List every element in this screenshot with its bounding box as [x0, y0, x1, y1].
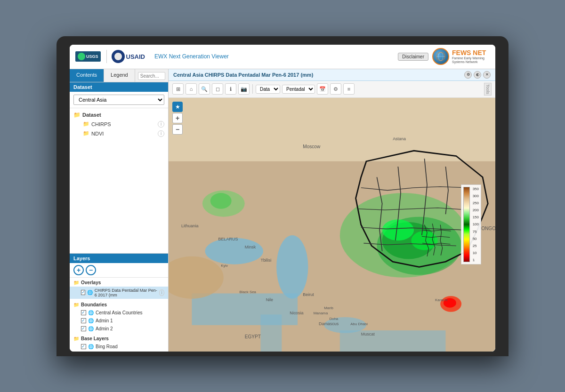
laptop-frame: USGS USAID EWX Next Generation Viewer Di…	[56, 36, 508, 356]
sidebar-tabs: Contents Legend	[70, 69, 168, 82]
svg-text:Karachi: Karachi	[435, 298, 448, 302]
legend-val-250: 250	[473, 201, 479, 205]
zoom-favorite-btn[interactable]: ★	[172, 102, 183, 112]
overlays-folder: 📁 Overlays	[70, 279, 168, 287]
app-header: USGS USAID EWX Next Generation Viewer Di…	[70, 45, 495, 69]
calendar-btn[interactable]: 📅	[317, 83, 328, 95]
svg-text:Nile: Nile	[266, 297, 273, 302]
usgs-logo: USGS	[75, 51, 101, 62]
map-header-controls: ⚙ ◐ ✕	[464, 71, 491, 79]
legend-val-300: 300	[473, 194, 479, 198]
tree-item-ndvi[interactable]: 📁 NDVI i	[70, 129, 168, 138]
layer-item-bing-road[interactable]: 🌐 Bing Road	[70, 343, 168, 351]
screen-bezel: USGS USAID EWX Next Generation Viewer Di…	[70, 45, 495, 352]
ca-countries-icon: 🌐	[88, 310, 94, 315]
layer-item-admin2[interactable]: 🌐 Admin 2	[70, 325, 168, 333]
legend-val-75: 75	[473, 230, 479, 234]
tools-label: Tools	[484, 83, 492, 96]
layers-section-header: Layers	[70, 254, 168, 263]
map-area: Central Asia CHIRPS Data Pentadal Mar Pe…	[169, 69, 495, 352]
toolbar-sep	[252, 84, 253, 94]
admin2-checkbox[interactable]	[81, 326, 86, 331]
svg-text:Tbilisi: Tbilisi	[260, 258, 271, 263]
svg-rect-11	[340, 330, 446, 352]
usaid-circle-icon	[112, 50, 125, 63]
svg-text:Muscat: Muscat	[361, 332, 375, 336]
data-type-select[interactable]: Data	[256, 85, 280, 94]
map-ctrl-3[interactable]: ✕	[483, 71, 491, 79]
zoom-extent-btn[interactable]: ⊞	[172, 83, 184, 95]
legend-val-10: 10	[473, 251, 479, 255]
remove-layer-btn[interactable]: −	[86, 265, 96, 275]
period-select[interactable]: Pentadal	[282, 85, 315, 94]
svg-rect-9	[260, 314, 282, 352]
add-layer-btn[interactable]: +	[73, 265, 84, 275]
legend-color-bar	[463, 187, 470, 262]
search-input[interactable]	[138, 72, 165, 80]
chirps-overlay-checkbox[interactable]	[81, 290, 85, 295]
svg-text:Nicosia: Nicosia	[290, 311, 303, 315]
svg-text:Kyiv: Kyiv	[221, 264, 228, 268]
admin1-checkbox[interactable]	[81, 318, 86, 323]
layer-item-ca-countries[interactable]: 🌐 Central Asia Countries	[70, 309, 168, 317]
map-legend: 350 300 250 200 150 100 75 50 25 10	[461, 184, 481, 264]
header-left: USGS USAID EWX Next Generation Viewer	[75, 50, 229, 63]
magnify-btn[interactable]: 🔍	[199, 83, 210, 95]
bing-road-checkbox[interactable]	[81, 344, 86, 349]
svg-text:Moscow: Moscow	[303, 144, 321, 149]
disclaimer-button[interactable]: Disclaimer	[398, 53, 428, 61]
home-btn[interactable]: ⌂	[186, 83, 197, 95]
overlays-folder-icon: 📁	[73, 280, 79, 285]
tree-folder-dataset: 📁 Dataset	[70, 110, 168, 120]
legend-content: 350 300 250 200 150 100 75 50 25 10	[463, 187, 479, 262]
map-container[interactable]: Moscow BELARUS Kyiv Lithuania Minsk MONG…	[169, 98, 495, 352]
dataset-tree: 📁 Dataset 📁 CHIRPS i 📁 NDVI i	[70, 108, 168, 253]
svg-text:Marib: Marib	[324, 306, 333, 310]
layer-item-chirps-overlay[interactable]: 🌐 CHIRPS Data Pentadal Mar Pen-6 2017 (m…	[70, 287, 168, 299]
zoom-controls: ★ + −	[172, 102, 183, 135]
legend-val-25: 25	[473, 244, 479, 248]
tab-legend[interactable]: Legend	[104, 69, 135, 82]
svg-point-6	[276, 235, 308, 298]
layers-section: Layers + − 📁 Overlays	[70, 253, 168, 352]
select-btn[interactable]: ◻	[212, 83, 223, 95]
svg-point-22	[210, 193, 232, 209]
svg-text:EGYPT: EGYPT	[245, 334, 261, 339]
tab-contents[interactable]: Contents	[70, 69, 104, 82]
fews-text-block: FEWS NET Famine Early Warning Systems Ne…	[452, 49, 490, 64]
map-ctrl-2[interactable]: ◐	[474, 71, 481, 79]
svg-text:Damascus: Damascus	[319, 321, 339, 326]
usaid-inner	[113, 52, 123, 61]
legend-val-100: 100	[473, 222, 479, 226]
svg-text:BELARUS: BELARUS	[218, 237, 238, 241]
zoom-in-btn[interactable]: +	[172, 113, 183, 123]
chirps-folder-icon: 📁	[83, 121, 89, 127]
svg-text:Black Sea: Black Sea	[239, 290, 256, 294]
svg-text:Manama: Manama	[314, 311, 328, 315]
boundaries-folder: 📁 Boundaries	[70, 301, 168, 309]
map-ctrl-1[interactable]: ⚙	[464, 71, 472, 79]
globe-svg	[436, 52, 445, 61]
menu-btn[interactable]: ≡	[343, 83, 355, 95]
base-folder-icon: 📁	[73, 336, 79, 341]
header-right: Disclaimer FEWS NET Famine Ear	[398, 48, 490, 65]
dataset-select[interactable]: Central Asia West Africa East Africa	[73, 95, 164, 105]
chirps-overlay-info[interactable]: i	[159, 289, 164, 296]
ndvi-info-btn[interactable]: i	[158, 130, 164, 137]
camera-btn[interactable]: 📷	[238, 83, 250, 95]
settings-btn[interactable]: ⚙	[330, 83, 341, 95]
layer-item-admin1[interactable]: 🌐 Admin 1	[70, 317, 168, 325]
zoom-out-btn[interactable]: −	[172, 124, 183, 135]
tree-item-chirps[interactable]: 📁 CHIRPS i	[70, 120, 168, 129]
layers-toolbar: + −	[70, 263, 168, 278]
layer-group-boundaries: 📁 Boundaries 🌐 Central Asia Countries 🌐	[70, 300, 168, 334]
chirps-overlay-icon: 🌐	[87, 290, 93, 295]
legend-val-1: 1	[473, 258, 479, 262]
svg-text:Doha: Doha	[329, 316, 338, 320]
chirps-info-btn[interactable]: i	[158, 121, 164, 128]
info-btn[interactable]: ℹ	[225, 83, 236, 95]
svg-point-7	[205, 238, 264, 264]
ca-countries-checkbox[interactable]	[81, 310, 86, 315]
svg-text:Abu Dhabi: Abu Dhabi	[350, 321, 368, 326]
usgs-label: USGS	[86, 54, 98, 59]
